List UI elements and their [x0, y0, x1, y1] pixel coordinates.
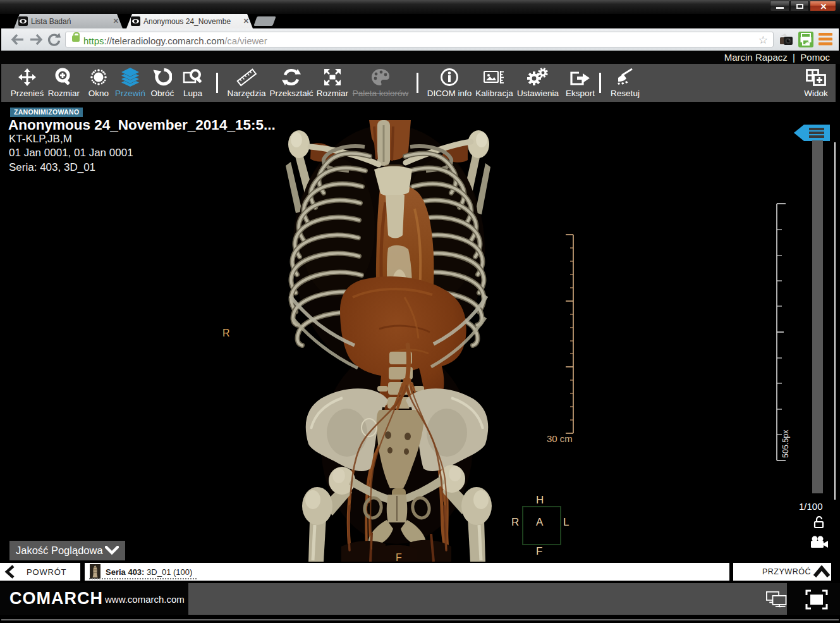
svg-text:30 cm: 30 cm: [547, 433, 573, 444]
svg-text:505.5px: 505.5px: [781, 429, 790, 458]
